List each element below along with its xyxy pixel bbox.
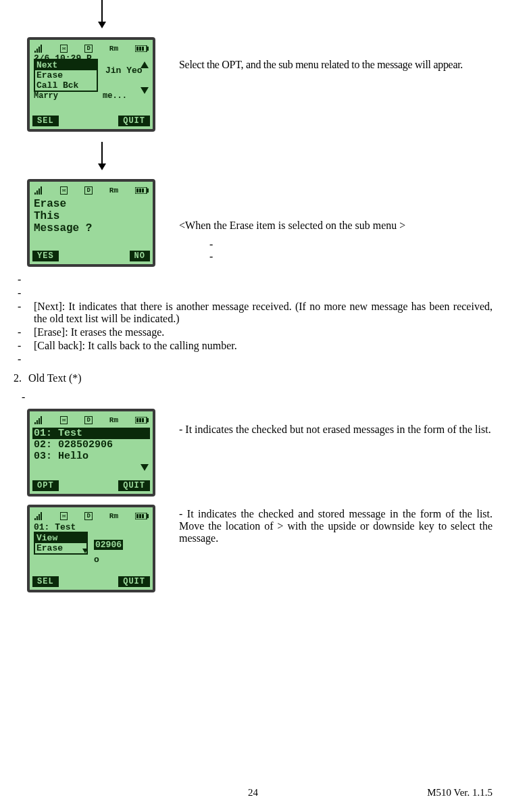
- caller-name: Jin Yeo: [105, 66, 143, 76]
- section-number: 2.: [14, 372, 22, 384]
- svg-rect-4: [142, 47, 144, 51]
- rm-icon: Rm: [109, 512, 118, 520]
- partial-row-1: 01: Test: [34, 522, 76, 532]
- list-row-1[interactable]: 01: Test: [32, 428, 150, 439]
- scroll-down-icon: [141, 464, 149, 473]
- dash: -: [209, 251, 492, 263]
- submenu-popup: Next Erase Call Bck: [34, 59, 98, 92]
- softkey-sel[interactable]: SEL: [32, 116, 59, 126]
- rm-icon: Rm: [109, 45, 118, 53]
- screen1-row: ✉ D Rm 2/6 10:29 P Jin Yeo Marry me... N…: [14, 37, 492, 132]
- arrow-down-icon: [101, 142, 103, 169]
- status-bar: ✉ D Rm: [32, 184, 150, 197]
- bullet-erase: [Erase]: It erases the message.: [34, 326, 164, 338]
- softkey-opt[interactable]: OPT: [32, 480, 59, 491]
- svg-rect-19: [142, 514, 144, 518]
- erase-line2: This: [32, 210, 150, 222]
- section-title: Old Text (*): [28, 372, 82, 384]
- dash: -: [18, 353, 26, 365]
- svg-rect-14: [142, 418, 144, 422]
- erase-line1: Erase: [32, 198, 150, 210]
- softkey-yes[interactable]: YES: [32, 251, 59, 261]
- list-row-2[interactable]: 02: 028502906: [32, 439, 150, 451]
- phone-screen-4: ✉ D Rm 01: Test 02906 o View Erase SEL Q…: [27, 505, 155, 592]
- erase-line3: Message ?: [32, 222, 150, 234]
- svg-rect-16: [147, 514, 149, 518]
- svg-rect-1: [147, 47, 149, 51]
- partial-row-2: 02906: [94, 540, 123, 550]
- envelope-icon: ✉: [60, 512, 68, 520]
- dash: -: [22, 391, 492, 403]
- svg-rect-7: [136, 188, 138, 193]
- dash: -: [18, 326, 26, 338]
- softkey-quit[interactable]: QUIT: [118, 480, 150, 491]
- screen2-description: <When the Erase item is selected on the …: [179, 220, 492, 232]
- softkey-no[interactable]: NO: [130, 251, 150, 261]
- dash: -: [209, 238, 492, 251]
- svg-rect-12: [136, 418, 138, 422]
- softkey-bar: YES NO: [32, 251, 150, 261]
- scroll-down-icon: [141, 87, 149, 96]
- d-icon: D: [84, 186, 92, 195]
- scroll-up-icon: [141, 428, 149, 436]
- bullet-callback: [Call back]: It calls back to the callin…: [34, 340, 237, 352]
- truncated-text: Marry: [34, 91, 58, 101]
- svg-rect-13: [139, 418, 141, 422]
- svg-rect-3: [139, 47, 141, 51]
- submenu-item-callback[interactable]: Call Bck: [35, 80, 97, 91]
- scroll-up-icon: [82, 534, 88, 542]
- rm-icon: Rm: [109, 186, 118, 195]
- page-number: 24: [248, 787, 258, 798]
- page-footer: 24 M510 Ver. 1.1.5: [14, 787, 492, 798]
- screen3-description: - It indicates the checked but not erase…: [179, 409, 492, 436]
- phone-screen-1: ✉ D Rm 2/6 10:29 P Jin Yeo Marry me... N…: [27, 37, 155, 132]
- partial-row-3: o: [94, 555, 99, 565]
- submenu-item-erase[interactable]: Erase: [35, 70, 97, 80]
- screen3-row: ✉ D Rm 01: Test 02: 028502906 03: Hello …: [14, 409, 492, 497]
- softkey-quit[interactable]: QUIT: [118, 116, 150, 126]
- svg-rect-9: [142, 188, 144, 193]
- bullet-next: [Next]: It indicates that there is anoth…: [34, 301, 492, 325]
- svg-rect-17: [136, 514, 138, 518]
- signal-icon: [34, 45, 43, 53]
- submenu-item-erase[interactable]: Erase: [35, 543, 86, 553]
- dash: -: [18, 301, 26, 325]
- svg-rect-8: [139, 188, 141, 193]
- scroll-up-icon: [141, 61, 149, 70]
- svg-rect-11: [147, 418, 149, 422]
- phone-screen-3: ✉ D Rm 01: Test 02: 028502906 03: Hello …: [27, 409, 155, 497]
- screen2-row: ✉ D Rm Erase This Message ? YES NO <When…: [14, 179, 492, 267]
- softkey-sel[interactable]: SEL: [32, 576, 59, 587]
- d-icon: D: [84, 45, 92, 53]
- signal-icon: [34, 512, 43, 520]
- submenu-item-next[interactable]: Next: [35, 60, 97, 70]
- status-bar: ✉ D Rm: [32, 414, 150, 426]
- battery-icon: [135, 187, 149, 194]
- signal-icon: [34, 416, 43, 424]
- screen1-description: Select the OPT, and the sub menu related…: [179, 37, 492, 71]
- dash: -: [18, 274, 26, 286]
- version-label: M510 Ver. 1.1.5: [427, 787, 492, 798]
- svg-rect-18: [139, 514, 141, 518]
- softkey-bar: SEL QUIT: [32, 576, 150, 587]
- d-icon: D: [84, 512, 92, 520]
- svg-rect-2: [136, 47, 138, 51]
- battery-icon: [135, 513, 149, 519]
- status-bar: ✉ D Rm: [32, 510, 150, 522]
- softkey-bar: OPT QUIT: [32, 480, 150, 491]
- screen4-row: ✉ D Rm 01: Test 02906 o View Erase SEL Q…: [14, 505, 492, 592]
- softkey-quit[interactable]: QUIT: [118, 576, 150, 587]
- submenu-item-view[interactable]: View: [35, 533, 86, 543]
- envelope-icon: ✉: [60, 45, 68, 53]
- softkey-bar: SEL QUIT: [32, 116, 150, 126]
- arrow-down-icon: [101, 0, 103, 27]
- battery-icon: [135, 417, 149, 424]
- submenu-popup: View Erase: [34, 532, 88, 555]
- scroll-down-icon: [82, 548, 88, 555]
- bullets-block: - - -[Next]: It indicates that there is …: [18, 274, 492, 365]
- envelope-icon: ✉: [60, 186, 68, 195]
- list-row-3[interactable]: 03: Hello: [32, 451, 150, 462]
- truncated-text-2: me...: [103, 91, 127, 101]
- battery-icon: [135, 45, 149, 52]
- dash: -: [18, 287, 26, 299]
